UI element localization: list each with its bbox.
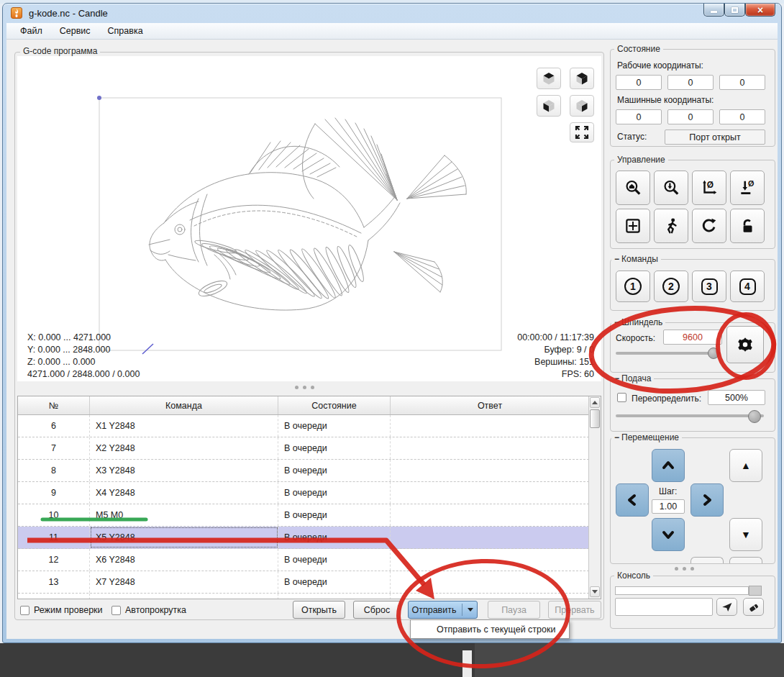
- commands-group-title: −Команды: [611, 254, 661, 264]
- cube-isometric-view-icon: [574, 71, 590, 86]
- spindle-speed-field[interactable]: 9600: [663, 330, 722, 345]
- view-isometric-button[interactable]: [570, 68, 594, 89]
- search-z-probe-icon: [662, 178, 680, 197]
- open-button[interactable]: Открыть: [293, 601, 345, 619]
- view-side-button[interactable]: [570, 95, 594, 117]
- scroll-up-arrow[interactable]: [590, 397, 600, 408]
- feed-slider-handle[interactable]: [748, 410, 761, 423]
- jog-extra-button-partial[interactable]: [690, 557, 724, 563]
- console-input[interactable]: [615, 598, 713, 616]
- autoscroll-checkbox[interactable]: Автопрокрутка: [111, 605, 186, 615]
- triangle-up-icon: [592, 401, 598, 404]
- status-value[interactable]: Порт открыт: [665, 130, 765, 145]
- console-scrollbar[interactable]: [749, 586, 762, 596]
- console-send-button[interactable]: [716, 598, 737, 616]
- feed-group-title: −Подача: [611, 373, 654, 383]
- feed-override-slider[interactable]: [616, 414, 764, 417]
- minimize-button[interactable]: [703, 4, 724, 17]
- feed-override-field[interactable]: 500%: [708, 390, 765, 405]
- user-command-4-button[interactable]: 4: [730, 271, 765, 302]
- collapse-toggle[interactable]: −: [614, 254, 619, 264]
- menu-help[interactable]: Справка: [100, 24, 151, 38]
- menu-item-send-from-current-line[interactable]: Отправить с текущей строки: [437, 624, 555, 635]
- table-row[interactable]: 14X8 Y2848В очереди: [18, 594, 589, 599]
- collapse-toggle[interactable]: −: [614, 373, 619, 383]
- unlock-button[interactable]: [730, 209, 765, 243]
- console-clear-button[interactable]: [743, 598, 764, 616]
- table-row[interactable]: 13X7 Y2848В очереди: [18, 571, 589, 594]
- reset-button[interactable]: Сброс: [353, 601, 401, 619]
- menu-file[interactable]: Файл: [12, 24, 50, 38]
- send-command-icon: [721, 601, 734, 614]
- console-output[interactable]: [615, 586, 749, 595]
- column-header-command[interactable]: Команда: [90, 396, 278, 414]
- title-bar[interactable]: [2, 3, 782, 24]
- jog-group-title: −Перемещение: [611, 432, 682, 442]
- zero-z-button[interactable]: Ø: [730, 171, 765, 205]
- jog-extra-button-partial[interactable]: [729, 557, 762, 563]
- safe-position-button[interactable]: [654, 209, 688, 243]
- check-mode-checkbox[interactable]: Режим проверки: [20, 605, 103, 615]
- column-header-response[interactable]: Ответ: [391, 396, 589, 414]
- scroll-down-arrow[interactable]: [590, 586, 600, 597]
- table-row[interactable]: 6X1 Y2848В очереди: [18, 415, 589, 437]
- checkbox-icon: [111, 606, 121, 615]
- table-row[interactable]: 10M5 M0В очереди: [18, 504, 589, 527]
- jog-step-field[interactable]: 1.00: [652, 499, 685, 514]
- reset-button-icon-btn[interactable]: [692, 209, 726, 243]
- fit-view-button[interactable]: [570, 122, 594, 142]
- check-mode-label: Режим проверки: [34, 605, 103, 615]
- restore-origin-button[interactable]: [616, 209, 650, 243]
- spindle-toggle-button[interactable]: [726, 326, 764, 363]
- table-row[interactable]: 8X3 Y2848В очереди: [18, 460, 589, 482]
- jog-x-plus-button[interactable]: [690, 483, 724, 517]
- panel-splitter[interactable]: [675, 567, 694, 571]
- safe-position-icon: [662, 217, 680, 235]
- table-row-selected[interactable]: 11X5 Y2848В очереди: [18, 527, 589, 549]
- feed-override-checkbox[interactable]: [617, 393, 626, 402]
- column-header-number[interactable]: №: [18, 396, 90, 414]
- send-dropdown-menu: Отправить с текущей строки: [410, 619, 570, 639]
- user-command-3-button[interactable]: 3: [692, 271, 726, 302]
- user-command-1-button[interactable]: 1: [616, 271, 650, 302]
- jog-y-minus-button[interactable]: [652, 518, 685, 551]
- jog-z-minus-button[interactable]: ▼: [729, 518, 762, 551]
- stat-buffer: Буфер: 9 / 0: [403, 344, 594, 356]
- collapse-toggle[interactable]: −: [614, 317, 619, 327]
- view-front-button[interactable]: [537, 95, 561, 117]
- triangle-down-glyph: ▼: [741, 529, 751, 540]
- table-row[interactable]: 9X4 Y2848В очереди: [18, 482, 589, 504]
- zero-xy-button[interactable]: Ø: [692, 171, 726, 205]
- work-coord-x: 0: [616, 75, 662, 90]
- spindle-speed-slider[interactable]: [616, 352, 721, 355]
- jog-z-plus-button[interactable]: ▲: [729, 449, 762, 482]
- table-row[interactable]: 7X2 Y2848В очереди: [18, 437, 589, 460]
- origin-marker-dot: [97, 96, 101, 100]
- jog-y-plus-button[interactable]: [652, 449, 685, 482]
- table-body: 6X1 Y2848В очереди 7X2 Y2848В очереди 8X…: [18, 415, 589, 599]
- collapse-toggle[interactable]: −: [614, 432, 619, 442]
- close-button[interactable]: ×: [745, 4, 775, 17]
- view-top-button[interactable]: [537, 68, 561, 89]
- search-home-button[interactable]: [616, 171, 650, 205]
- gcode-table: № Команда Состояние Ответ 6X1 Y2848В оче…: [17, 396, 601, 599]
- search-z-probe-button[interactable]: [654, 171, 688, 205]
- minimize-icon: [711, 11, 717, 13]
- spindle-slider-handle[interactable]: [708, 347, 719, 359]
- table-row[interactable]: 12X6 Y2848В очереди: [18, 549, 589, 571]
- column-header-state[interactable]: Состояние: [278, 396, 391, 414]
- feed-group: [610, 378, 775, 432]
- scrollbar-thumb[interactable]: [590, 409, 600, 428]
- user-command-2-button[interactable]: 2: [654, 271, 688, 302]
- menu-service[interactable]: Сервис: [52, 24, 99, 38]
- table-scrollbar[interactable]: [588, 396, 601, 599]
- pause-button[interactable]: Пауза: [488, 601, 540, 619]
- send-button[interactable]: Отправить: [408, 601, 478, 619]
- clear-console-icon: [747, 601, 760, 614]
- viewport-stats-left: X: 0.000 ... 4271.000 Y: 0.000 ... 2848.…: [27, 332, 140, 381]
- jog-x-minus-button[interactable]: [616, 483, 649, 517]
- viewport-table-splitter[interactable]: [295, 386, 314, 389]
- maximize-button[interactable]: [724, 4, 745, 17]
- table-header: № Команда Состояние Ответ: [18, 396, 589, 415]
- abort-button[interactable]: Прервать: [548, 601, 601, 619]
